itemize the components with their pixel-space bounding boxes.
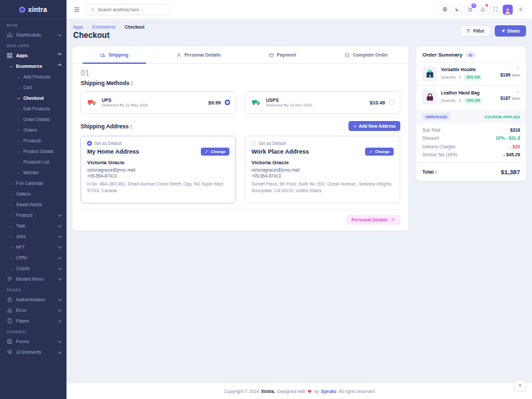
sidebar-item-label: UI Elements bbox=[16, 350, 41, 354]
notifications-button[interactable] bbox=[477, 5, 487, 15]
sidebar-item-ui-elements[interactable]: UI Elements bbox=[0, 346, 66, 357]
summary-value: 10% - $31.8 bbox=[495, 136, 520, 140]
default-radio[interactable] bbox=[251, 141, 256, 146]
shipping-address-header: Shipping Address : Add New Address bbox=[80, 121, 400, 131]
default-radio-selected[interactable] bbox=[87, 141, 92, 146]
sidebar-item-apps[interactable]: Apps bbox=[0, 50, 66, 61]
sidebar-item-sweet-alerts[interactable]: Sweet Alerts bbox=[0, 199, 66, 209]
sidebar-item-gallery[interactable]: Gallery bbox=[0, 188, 66, 199]
product-name: Leather Hand Bag bbox=[441, 90, 496, 95]
sidebar-item-edit-products[interactable]: Edit Products bbox=[0, 103, 66, 114]
sidebar-item-label: Full Calendar bbox=[16, 181, 44, 186]
cart-button[interactable]: 5 bbox=[465, 5, 475, 15]
shipping-method-usps[interactable]: USPS Delivered By 22,Nov 2022 $10.49 bbox=[245, 91, 400, 114]
recipient-email: victoriagracie@jinno.mail bbox=[87, 168, 229, 172]
change-address-button[interactable]: Change bbox=[201, 148, 229, 156]
address-title: My Home Address bbox=[87, 148, 139, 155]
sidebar-item-products-list[interactable]: Products List bbox=[0, 156, 66, 167]
sidebar-item-label: Gallery bbox=[16, 192, 31, 196]
breadcrumb-apps[interactable]: Apps bbox=[73, 25, 83, 29]
set-default-row: Set as Default bbox=[251, 141, 394, 146]
summary-row-delivery: Delivery Charges- $29 bbox=[416, 140, 526, 149]
fullscreen-button[interactable] bbox=[490, 5, 500, 15]
remove-item-icon[interactable] bbox=[516, 66, 520, 70]
filter-icon bbox=[466, 29, 471, 33]
moon-icon bbox=[455, 7, 460, 12]
sidebar-item-label: Nested Menu bbox=[16, 277, 44, 281]
chevron-down-icon bbox=[58, 277, 61, 281]
language-button[interactable] bbox=[440, 5, 450, 15]
sidebar-item-wishlist[interactable]: Wishlist bbox=[0, 167, 66, 178]
dark-mode-button[interactable] bbox=[452, 5, 462, 15]
sidebar-item-checkout[interactable]: Checkout bbox=[0, 92, 66, 103]
sidebar-item-add-products[interactable]: Add Products bbox=[0, 71, 66, 82]
recipient-name: Victoria Gracie bbox=[251, 160, 394, 166]
set-default-row: Set as Default bbox=[87, 141, 229, 146]
sidebar-item-products[interactable]: Products bbox=[0, 135, 66, 146]
settings-button[interactable] bbox=[515, 5, 525, 15]
cart-count-badge: 5 bbox=[471, 3, 476, 8]
sidebar-item-cart[interactable]: Cart bbox=[0, 82, 66, 92]
address-card-home[interactable]: Set as Default My Home Address Change Vi… bbox=[80, 136, 236, 203]
top-header: 5 bbox=[66, 0, 532, 19]
recipient-address: H.No: 48A-1B/C451, Smart Avenue,Coolin S… bbox=[87, 181, 229, 194]
method-radio-selected[interactable] bbox=[225, 100, 230, 105]
shipping-method-ups[interactable]: UPS Delivered By 11,May 2024 $9.99 bbox=[80, 91, 236, 114]
footer-author-link[interactable]: Spruko bbox=[321, 389, 336, 394]
brand-logo[interactable]: xintra bbox=[0, 0, 66, 19]
share-button[interactable]: Share bbox=[495, 25, 526, 37]
sidebar-item-full-calendar[interactable]: Full Calendar bbox=[0, 178, 66, 188]
sidebar-item-label: Add Products bbox=[23, 74, 51, 79]
tab-shipping[interactable]: Shipping bbox=[72, 47, 156, 63]
brand-name: xintra bbox=[28, 6, 47, 13]
hamburger-menu-icon[interactable] bbox=[73, 6, 80, 13]
sidebar-item-task[interactable]: Task bbox=[0, 220, 66, 231]
ups-truck-icon bbox=[86, 98, 98, 107]
order-summary-title: Order Summary bbox=[422, 52, 462, 58]
change-address-button[interactable]: Change bbox=[365, 148, 394, 156]
sidebar-item-jobs[interactable]: Jobs bbox=[0, 231, 66, 241]
filter-button[interactable]: Filter bbox=[460, 25, 490, 37]
footer-designed: Designed with bbox=[277, 389, 306, 394]
sidebar-item-nested-menu[interactable]: Nested Menu bbox=[0, 273, 66, 284]
sidebar-item-authentication[interactable]: Authentication bbox=[0, 294, 66, 305]
sidebar-item-crypto[interactable]: Crypto bbox=[0, 263, 66, 273]
sidebar-item-label: NFT bbox=[16, 245, 25, 249]
product-price: $189 bbox=[500, 72, 511, 77]
sidebar-item-crm[interactable]: CRM bbox=[0, 252, 66, 263]
recipient-phone: +05-554-87413 bbox=[87, 174, 229, 178]
sidebar-item-label: Crypto bbox=[16, 266, 30, 271]
user-avatar[interactable] bbox=[503, 5, 513, 15]
sidebar-item-pages[interactable]: Pages bbox=[0, 315, 66, 326]
chevron-up-icon bbox=[58, 54, 61, 57]
breadcrumb-ecommerce[interactable]: Ecommerce bbox=[92, 25, 116, 29]
tab-personal-details[interactable]: Personal Details bbox=[156, 47, 240, 63]
sidebar-item-error[interactable]: Error bbox=[0, 305, 66, 315]
scroll-to-top-button[interactable] bbox=[514, 380, 526, 392]
total-value: $1,387 bbox=[501, 168, 520, 176]
sidebar-item-product-details[interactable]: Product Details bbox=[0, 146, 66, 156]
sidebar-item-projects[interactable]: Projects bbox=[0, 209, 66, 220]
remove-item-icon[interactable] bbox=[516, 90, 520, 94]
sidebar-item-order-details[interactable]: Order Details bbox=[0, 114, 66, 124]
sidebar-item-ecommerce[interactable]: Ecommerce bbox=[0, 61, 66, 71]
sidebar-item-label: Products bbox=[23, 138, 41, 143]
handbag-icon bbox=[425, 92, 435, 102]
summary-label: Discount bbox=[422, 136, 439, 140]
next-step-personal-details-button[interactable]: Personal Details bbox=[346, 215, 400, 225]
tab-complete-order[interactable]: Complete Order bbox=[325, 47, 408, 63]
sidebar-item-dashboards[interactable]: Dashboards bbox=[0, 29, 66, 40]
sidebar-item-nft[interactable]: NFT bbox=[0, 241, 66, 252]
sidebar-item-orders[interactable]: Orders bbox=[0, 124, 66, 135]
search-input[interactable] bbox=[98, 7, 166, 12]
person-icon bbox=[176, 53, 182, 58]
add-new-address-button[interactable]: Add New Address bbox=[348, 121, 400, 131]
sidebar-item-label: Edit Products bbox=[23, 106, 50, 111]
method-radio[interactable] bbox=[389, 100, 394, 105]
sidebar-item-forms[interactable]: Forms bbox=[0, 336, 66, 346]
tab-label: Shipping bbox=[108, 53, 128, 57]
tab-payment[interactable]: Payment bbox=[241, 47, 325, 63]
address-card-work[interactable]: Set as Default Work Place Address Change… bbox=[245, 136, 400, 203]
global-search[interactable] bbox=[86, 4, 171, 15]
product-old-price: $199 bbox=[512, 96, 520, 100]
